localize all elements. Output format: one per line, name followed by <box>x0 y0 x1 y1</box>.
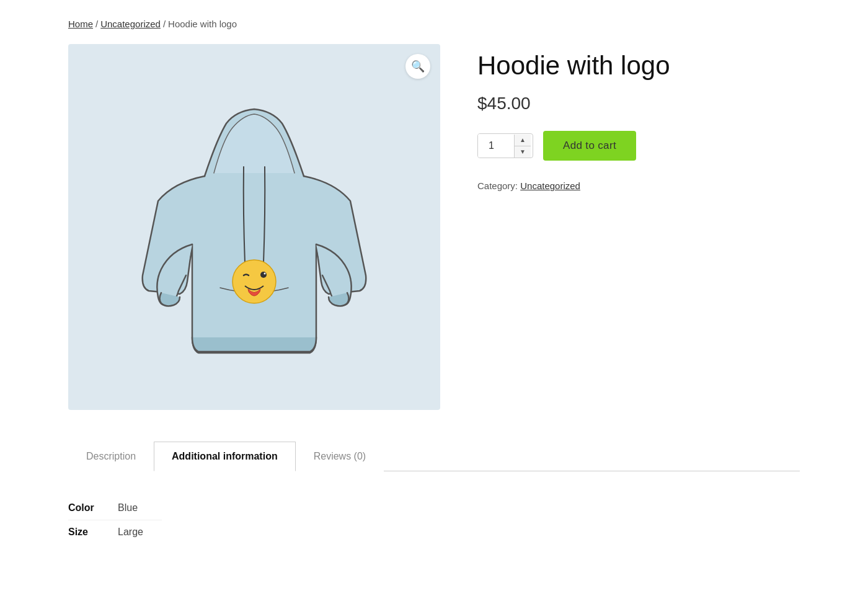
table-row: Size Large <box>68 520 162 545</box>
product-image <box>99 52 409 402</box>
svg-point-1 <box>260 272 267 278</box>
quantity-input[interactable] <box>478 134 514 158</box>
add-to-cart-row: ▲ ▼ Add to cart <box>477 131 800 161</box>
info-key-color: Color <box>68 496 118 520</box>
tab-description[interactable]: Description <box>68 442 154 471</box>
zoom-icon: 🔍 <box>411 60 425 73</box>
tab-additional-information[interactable]: Additional information <box>154 442 296 471</box>
breadcrumb-sep1: / <box>95 19 98 29</box>
category-label: Category: <box>477 180 518 191</box>
additional-info-table: Color Blue Size Large <box>68 496 162 544</box>
product-image-container: 🔍 <box>68 44 440 410</box>
breadcrumb-home[interactable]: Home <box>68 19 93 29</box>
breadcrumb-category[interactable]: Uncategorized <box>100 19 161 29</box>
svg-point-0 <box>232 260 276 303</box>
quantity-stepper[interactable]: ▲ ▼ <box>477 133 533 158</box>
svg-point-2 <box>264 273 266 275</box>
breadcrumb-current: Hoodie with logo <box>168 19 237 29</box>
quantity-up-button[interactable]: ▲ <box>515 135 531 146</box>
tab-reviews[interactable]: Reviews (0) <box>296 442 384 471</box>
quantity-spinners: ▲ ▼ <box>514 135 531 158</box>
add-to-cart-button[interactable]: Add to cart <box>543 131 636 161</box>
tabs-header: Description Additional information Revie… <box>68 441 800 471</box>
hoodie-illustration <box>124 77 384 375</box>
tab-content-additional: Color Blue Size Large <box>68 471 800 569</box>
info-value-size: Large <box>118 520 162 545</box>
product-price: $45.00 <box>477 94 800 113</box>
table-row: Color Blue <box>68 496 162 520</box>
product-info: Hoodie with logo $45.00 ▲ ▼ Add to cart … <box>477 44 800 191</box>
info-key-size: Size <box>68 520 118 545</box>
category-link[interactable]: Uncategorized <box>520 180 580 191</box>
zoom-button[interactable]: 🔍 <box>405 54 430 79</box>
breadcrumb-sep2: / <box>163 19 166 29</box>
breadcrumb: Home / Uncategorized / Hoodie with logo <box>68 19 800 29</box>
product-title: Hoodie with logo <box>477 50 800 81</box>
product-layout: 🔍 <box>68 44 800 410</box>
tabs-section: Description Additional information Revie… <box>68 441 800 569</box>
info-value-color: Blue <box>118 496 162 520</box>
product-meta: Category: Uncategorized <box>477 180 800 191</box>
quantity-down-button[interactable]: ▼ <box>515 146 531 158</box>
